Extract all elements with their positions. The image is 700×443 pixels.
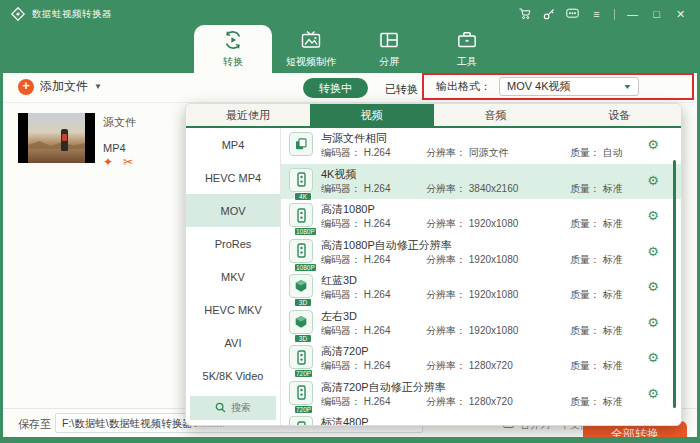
format-title: 高清1080P自动修正分辨率 [321,238,452,253]
format-category-tab[interactable]: 最近使用 [186,104,310,126]
film-format-icon: 4K [289,168,313,192]
format-detail: 编码器： H.264分辨率： 1280x720质量： 标准 [321,395,623,409]
quality-value: 质量： 标准 [570,288,623,302]
tab-label: 分屏 [379,55,399,69]
encoder-value: 编码器： H.264 [321,395,426,409]
format-title: 高清1080P [321,202,375,217]
tab-converted[interactable]: 已转换 [385,82,418,97]
format-title: 4K视频 [321,167,356,182]
cube-format-icon: 3D [289,310,313,334]
encoder-value: 编码器： H.264 [321,217,426,231]
format-row[interactable]: 4K4K视频编码器： H.264分辨率： 3840x2160质量： 标准⚙ [281,164,681,200]
output-format-annotation: 输出格式： MOV 4K视频 ▼ [422,73,694,100]
format-category-tab[interactable]: 音频 [434,104,558,126]
tab-short-video[interactable]: 短视频制作 [272,25,350,73]
tab-label: 转换 [223,55,243,69]
scrollbar[interactable] [673,160,676,408]
gear-icon[interactable]: ⚙ [647,245,659,258]
file-meta: 源文件 MP4 [103,115,136,154]
split-screen-icon [379,30,399,52]
window-controls: ≡—□✕ [518,8,687,21]
encoder-value: 编码器： H.264 [321,146,426,160]
video-thumbnail[interactable] [18,113,95,163]
close-icon[interactable]: ✕ [674,8,687,21]
format-row[interactable]: 3D红蓝3D编码器： H.264分辨率： 1920x1080质量： 标准⚙ [281,270,681,306]
copy-format-icon [289,132,313,156]
tab-split-screen[interactable]: 分屏 [350,25,428,73]
menu-icon[interactable]: ≡ [590,8,603,21]
format-category-tab[interactable]: 视频 [310,104,434,126]
resolution-value: 分辨率： 同源文件 [426,146,570,160]
resolution-value: 分辨率： 1280x720 [426,359,570,373]
tab-label: 短视频制作 [286,55,336,69]
format-title: 与源文件相同 [321,131,387,146]
cube-format-icon: 3D [289,274,313,298]
quality-value: 质量： 标准 [570,359,623,373]
film-format-icon: 1080P [289,203,313,227]
gear-icon[interactable]: ⚙ [647,174,659,187]
format-row[interactable]: 1080P高清1080P自动修正分辨率编码器： H.264分辨率： 1920x1… [281,235,681,271]
sidebar-item-mp4[interactable]: MP4 [186,128,280,161]
film-format-icon: 1080P [289,239,313,263]
sidebar-item-5k-8k-video[interactable]: 5K/8K Video [186,359,280,392]
format-list: 与源文件相同编码器： H.264分辨率： 同源文件质量： 自动⚙4K4K视频编码… [281,128,681,425]
output-format-label: 输出格式： [436,79,491,94]
gear-icon[interactable]: ⚙ [647,280,659,293]
sidebar-item-mkv[interactable]: MKV [186,260,280,293]
cut-icon[interactable]: ✂ [123,155,133,169]
gear-icon[interactable]: ⚙ [647,138,659,151]
quality-value: 质量： 标准 [570,395,623,409]
sidebar-item-hevc-mkv[interactable]: HEVC MKV [186,293,280,326]
search-label: 搜索 [231,401,251,415]
format-title: 高清720P自动修正分辨率 [321,380,446,395]
format-row[interactable]: 720P高清720P编码器： H.264分辨率： 1280x720质量： 标准⚙ [281,341,681,377]
format-category-tab[interactable]: 设备 [557,104,681,126]
format-row[interactable]: 3D左右3D编码器： H.264分辨率： 1920x1080质量： 标准⚙ [281,306,681,342]
search-button[interactable]: 搜索 [190,396,276,420]
format-detail: 编码器： H.264分辨率： 3840x2160质量： 标准 [321,182,623,196]
effect-star-icon[interactable]: ✦ [103,155,113,169]
format-detail: 编码器： H.264分辨率： 同源文件质量： 自动 [321,146,623,160]
file-action-icons: ✦ ✂ [103,155,133,169]
tab-toolbox[interactable]: 工具 [428,25,506,73]
tab-converting[interactable]: 转换中 [303,78,368,98]
gear-icon[interactable]: ⚙ [647,209,659,222]
gear-icon[interactable]: ⚙ [647,351,659,364]
encoder-value: 编码器： H.264 [321,359,426,373]
resolution-value: 分辨率： 1280x720 [426,395,570,409]
format-row[interactable]: 1080P高清1080P编码器： H.264分辨率： 1920x1080质量： … [281,199,681,235]
format-title: 标清480P [321,415,369,425]
encoder-value: 编码器： H.264 [321,288,426,302]
add-file-label: 添加文件 [40,78,88,95]
format-row[interactable]: 480P标清480P [281,412,681,425]
tab-convert[interactable]: 转换 [194,25,272,73]
quality-value: 质量： 自动 [570,146,623,160]
output-format-select[interactable]: MOV 4K视频 ▼ [499,77,639,96]
feedback-icon[interactable] [566,8,579,21]
film-format-icon: 480P [289,416,313,425]
sidebar-item-avi[interactable]: AVI [186,326,280,359]
sidebar-item-hevc-mp4[interactable]: HEVC MP4 [186,161,280,194]
gear-icon[interactable]: ⚙ [647,316,659,329]
source-file-label: 源文件 [103,115,136,130]
resolution-value: 分辨率： 1920x1080 [426,288,570,302]
encoder-value: 编码器： H.264 [321,324,426,338]
encoder-value: 编码器： H.264 [321,182,426,196]
cart-icon[interactable] [518,8,531,21]
add-file-button[interactable]: + 添加文件 ▼ [18,78,102,95]
controls-divider [614,9,615,20]
key-icon[interactable] [542,8,555,21]
format-title: 高清720P [321,344,369,359]
main-tabstrip: 转换短视频制作分屏工具 [3,25,697,73]
format-row[interactable]: 与源文件相同编码器： H.264分辨率： 同源文件质量： 自动⚙ [281,128,681,164]
toolbar: + 添加文件 ▼ 转换中 已转换 输出格式： MOV 4K视频 ▼ [3,73,697,103]
app-logo-icon [11,7,25,21]
format-detail: 编码器： H.264分辨率： 1920x1080质量： 标准 [321,217,623,231]
format-row[interactable]: 720P高清720P自动修正分辨率编码器： H.264分辨率： 1280x720… [281,377,681,413]
sidebar-item-mov[interactable]: MOV [186,194,280,227]
minimize-icon[interactable]: — [626,8,639,21]
sidebar-item-prores[interactable]: ProRes [186,227,280,260]
maximize-icon[interactable]: □ [650,8,663,21]
resolution-value: 分辨率： 1920x1080 [426,253,570,267]
gear-icon[interactable]: ⚙ [647,387,659,400]
